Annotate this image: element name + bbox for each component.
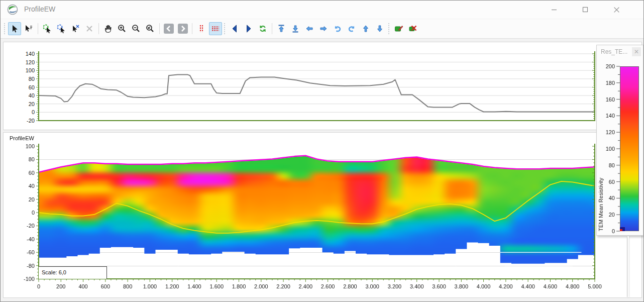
select-tool-button[interactable] xyxy=(8,22,21,35)
discard-changes-button[interactable] xyxy=(406,22,419,35)
select-tool-icon xyxy=(10,24,20,34)
toolbar-grip[interactable] xyxy=(4,23,6,34)
move-bottom-button[interactable] xyxy=(289,22,302,35)
toolbar-separator xyxy=(38,23,38,34)
app-logo-icon xyxy=(7,4,18,15)
move-left-icon xyxy=(304,24,314,34)
vertical-profile-lines-button[interactable] xyxy=(195,22,208,35)
elevation-chart-panel: -20020406080100120140 xyxy=(3,42,642,130)
maximize-button[interactable] xyxy=(570,1,601,19)
toolbar-separator xyxy=(192,23,192,34)
minimize-button[interactable] xyxy=(539,1,570,19)
toolbar-grip[interactable] xyxy=(224,23,226,34)
next-profile-icon xyxy=(244,24,254,34)
svg-text:80: 80 xyxy=(29,76,35,82)
svg-text:0: 0 xyxy=(32,109,35,115)
move-down-button[interactable] xyxy=(373,22,386,35)
svg-text:20: 20 xyxy=(29,101,35,107)
pan-tool-button[interactable] xyxy=(101,22,115,35)
discard-changes-icon xyxy=(408,24,418,34)
svg-text:80: 80 xyxy=(609,162,615,168)
redo-icon xyxy=(347,24,357,34)
scale-annotation: Scale: 6,0 xyxy=(39,266,107,279)
undo-icon xyxy=(333,24,343,34)
close-icon xyxy=(613,7,620,13)
select-models-alt-tool-button[interactable] xyxy=(55,22,68,35)
toolbar-group xyxy=(387,19,420,38)
deselect-tool-button[interactable] xyxy=(69,22,82,35)
minimize-icon xyxy=(551,7,557,13)
move-bottom-icon xyxy=(290,24,300,34)
svg-text:180: 180 xyxy=(606,80,615,86)
legend-panel: Res_TE... ✕ 200180160140120100806040200 … xyxy=(596,45,643,236)
nav-back-icon xyxy=(164,24,174,34)
accept-changes-icon xyxy=(394,24,404,34)
main-toolbar xyxy=(1,19,643,39)
toolbar-separator xyxy=(272,23,272,34)
color-scale-bar xyxy=(620,66,639,231)
refresh-profile-icon xyxy=(258,24,268,34)
zoom-out-tool-icon xyxy=(131,24,141,34)
svg-text:60: 60 xyxy=(29,84,35,90)
move-up-icon xyxy=(361,24,371,34)
move-down-icon xyxy=(375,24,385,34)
select-info-tool-icon xyxy=(24,24,34,34)
move-right-button[interactable] xyxy=(317,22,330,35)
accept-changes-button[interactable] xyxy=(392,22,405,35)
move-top-icon xyxy=(276,24,286,34)
svg-text:0: 0 xyxy=(612,228,615,234)
next-profile-button[interactable] xyxy=(242,22,255,35)
select-models-alt-tool-icon xyxy=(56,24,66,34)
svg-text:160: 160 xyxy=(606,96,615,103)
move-top-button[interactable] xyxy=(275,22,288,35)
horizontal-profile-lines-icon xyxy=(210,24,221,34)
select-models-tool-icon xyxy=(42,24,52,34)
legend-close-button[interactable]: ✕ xyxy=(632,47,641,56)
horizontal-profile-lines-button[interactable] xyxy=(209,22,222,35)
delete-selection-icon xyxy=(84,24,94,34)
close-button[interactable] xyxy=(601,1,632,19)
move-up-button[interactable] xyxy=(359,22,372,35)
toolbar-separator xyxy=(159,23,160,34)
svg-text:200: 200 xyxy=(606,63,615,69)
svg-text:40: 40 xyxy=(609,195,615,201)
legend-axis-label: TEM Mean Resistivity xyxy=(598,131,604,231)
refresh-profile-button[interactable] xyxy=(256,22,269,35)
previous-profile-icon xyxy=(230,24,240,34)
resistivity-section-panel: -100-80-60-40-20020406080100020040060080… xyxy=(3,132,642,298)
toolbar-grip[interactable] xyxy=(388,23,390,34)
window-title: ProfileEW xyxy=(24,5,55,13)
select-info-tool-button[interactable] xyxy=(22,22,35,35)
svg-text:40: 40 xyxy=(29,92,35,98)
undo-button[interactable] xyxy=(331,22,344,35)
app-window: ProfileEW -20020406080100120140 -100-80-… xyxy=(0,0,644,302)
zoom-in-tool-icon xyxy=(117,24,127,34)
svg-text:140: 140 xyxy=(26,51,35,57)
svg-text:140: 140 xyxy=(606,113,615,119)
nav-forward-button[interactable] xyxy=(176,22,189,35)
previous-profile-button[interactable] xyxy=(228,22,241,35)
toolbar-group xyxy=(223,19,387,38)
svg-text:60: 60 xyxy=(609,179,615,185)
svg-text:100: 100 xyxy=(606,146,615,152)
color-scale-min-marker xyxy=(620,227,625,231)
redo-button[interactable] xyxy=(345,22,358,35)
nav-forward-icon xyxy=(178,24,188,34)
move-right-icon xyxy=(318,24,329,34)
zoom-full-extent-icon xyxy=(145,24,155,34)
zoom-out-tool-button[interactable] xyxy=(130,22,143,35)
svg-text:120: 120 xyxy=(26,59,35,65)
zoom-in-tool-button[interactable] xyxy=(116,22,129,35)
svg-text:100: 100 xyxy=(26,67,35,73)
toolbar-separator xyxy=(98,23,99,34)
svg-text:120: 120 xyxy=(606,129,615,135)
elevation-chart[interactable]: -20020406080100120140 xyxy=(4,42,641,130)
nav-back-button[interactable] xyxy=(162,22,175,35)
section-title: ProfileEW xyxy=(10,135,34,141)
title-bar: ProfileEW xyxy=(1,1,643,19)
select-models-tool-button[interactable] xyxy=(41,22,54,35)
move-left-button[interactable] xyxy=(303,22,316,35)
zoom-full-extent-button[interactable] xyxy=(144,22,157,35)
dock-panel-edge xyxy=(627,236,629,297)
delete-selection-button[interactable] xyxy=(83,22,96,35)
